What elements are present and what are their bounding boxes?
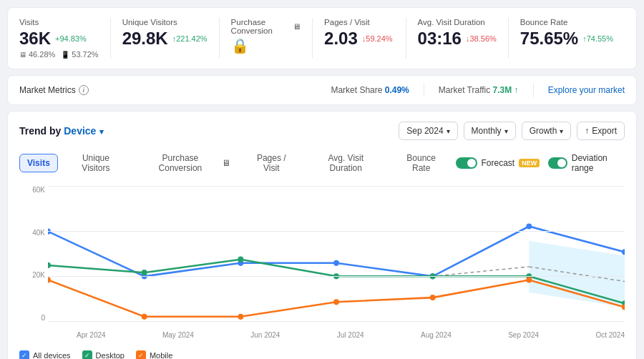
x-label-may: May 2024 <box>162 331 194 339</box>
forecast-switch[interactable] <box>456 157 477 169</box>
x-label-oct: Oct 2024 <box>595 331 625 339</box>
explore-market-link[interactable]: Explore your market <box>548 85 625 95</box>
forecast-toggle: Forecast new <box>456 157 540 169</box>
x-label-apr: Apr 2024 <box>77 331 106 339</box>
deviation-toggle: Deviation range <box>548 153 625 173</box>
monitor-icon: 🖥 <box>19 51 26 59</box>
upload-icon: ↑ <box>585 126 589 136</box>
date-picker-button[interactable]: Sep 2024 ▾ <box>399 122 457 140</box>
purchase-conversion-label: Purchase Conversion 🖥 <box>231 18 301 35</box>
mobile-icon: 📱 <box>61 51 69 59</box>
all-devices-checkbox[interactable]: ✓ <box>19 350 29 359</box>
chart-legend: ✓ All devices ✓ Desktop ✓ Mobile <box>19 350 625 359</box>
avg-duration-change: ↓38.56% <box>466 34 497 43</box>
legend-all-devices: ✓ All devices <box>19 350 71 359</box>
tab-purchase-conversion[interactable]: Purchase Conversion 🖥 <box>134 149 238 177</box>
pages-visit-label: Pages / Visit <box>324 18 394 26</box>
y-label-0: 0 <box>19 314 45 322</box>
unique-visitors-change: ↑221.42% <box>172 34 208 43</box>
tab-pages-visit[interactable]: Pages / Visit <box>241 149 302 177</box>
monitor-icon-pc: 🖥 <box>293 22 301 31</box>
legend-desktop: ✓ Desktop <box>82 350 125 359</box>
visits-sub: 🖥 46.28% 📱 53.72% <box>19 50 99 59</box>
market-traffic-value: 7.3M ↑ <box>493 85 519 95</box>
grid-line-20k <box>48 276 625 277</box>
chevron-down-icon: ▾ <box>447 127 450 135</box>
mobile-label: Mobile <box>150 351 172 359</box>
mobile-checkbox[interactable]: ✓ <box>136 350 146 359</box>
metric-tabs: Visits Unique Visitors Purchase Conversi… <box>19 149 625 177</box>
avg-duration-value: 03:16 ↓38.56% <box>418 29 497 49</box>
x-label-jul: Jul 2024 <box>337 331 364 339</box>
x-label-jun: Jun 2024 <box>250 331 280 339</box>
bounce-rate-label: Bounce Rate <box>520 18 613 26</box>
chart-section: Trend by Device ▾ Sep 2024 ▾ Monthly ▾ G… <box>7 111 637 359</box>
y-axis: 0 20K 40K 60K <box>19 186 45 322</box>
market-metrics-label: Market Metrics i <box>19 85 89 95</box>
forecast-toggle-group: Forecast new Deviation range <box>456 153 625 173</box>
chart-header: Trend by Device ▾ Sep 2024 ▾ Monthly ▾ G… <box>19 122 625 140</box>
market-bar: Market Metrics i Market Share 0.49% Mark… <box>7 75 637 105</box>
visits-value: 36K +94.83% <box>19 29 99 49</box>
main-container: Visits 36K +94.83% 🖥 46.28% 📱 53.72% Uni… <box>0 0 644 359</box>
tab-avg-duration[interactable]: Avg. Visit Duration <box>305 149 387 177</box>
market-traffic: Market Traffic 7.3M ↑ <box>439 85 519 95</box>
avg-duration-label: Avg. Visit Duration <box>418 18 497 26</box>
desktop-label: Desktop <box>96 351 125 359</box>
metric-purchase-conversion: Purchase Conversion 🖥 🔒 <box>220 18 313 59</box>
unique-visitors-value: 29.8K ↑221.42% <box>122 29 208 49</box>
purchase-conversion-value: 🔒 <box>231 37 301 54</box>
pages-visit-value: 2.03 ↓59.24% <box>324 29 394 49</box>
x-label-aug: Aug 2024 <box>421 331 452 339</box>
y-label-40k: 40K <box>19 229 45 237</box>
metric-bounce-rate: Bounce Rate 75.65% ↑74.55% <box>509 18 625 59</box>
visits-change: +94.83% <box>55 34 87 43</box>
all-devices-label: All devices <box>33 351 71 359</box>
metric-button[interactable]: Growth ▾ <box>522 122 572 140</box>
chart-inner: Apr 2024 May 2024 Jun 2024 Jul 2024 Aug … <box>48 186 625 322</box>
chevron-down-icon: ▾ <box>97 127 104 136</box>
device-link[interactable]: Device <box>64 125 96 137</box>
metric-visits: Visits 36K +94.83% 🖥 46.28% 📱 53.72% <box>19 18 111 59</box>
grid-line-40k <box>48 231 625 232</box>
x-label-sep: Sep 2024 <box>508 331 539 339</box>
lock-icon: 🔒 <box>231 37 249 54</box>
visits-label: Visits <box>19 18 99 26</box>
tab-visits[interactable]: Visits <box>19 154 58 172</box>
x-labels: Apr 2024 May 2024 Jun 2024 Jul 2024 Aug … <box>77 331 625 339</box>
bounce-rate-value: 75.65% ↑74.55% <box>520 29 613 49</box>
monitor-icon-tab: 🖥 <box>222 158 230 168</box>
chart-area: 0 20K 40K 60K <box>19 186 625 343</box>
market-share-value: 0.49% <box>385 85 409 95</box>
desktop-checkbox[interactable]: ✓ <box>82 350 92 359</box>
y-label-20k: 20K <box>19 271 45 279</box>
metric-avg-duration: Avg. Visit Duration 03:16 ↓38.56% <box>406 18 509 59</box>
pages-visit-change: ↓59.24% <box>362 34 393 43</box>
tab-bounce-rate[interactable]: Bounce Rate <box>390 149 453 177</box>
new-badge: new <box>519 159 540 167</box>
interval-button[interactable]: Monthly ▾ <box>464 122 516 140</box>
bounce-rate-change: ↑74.55% <box>582 34 613 43</box>
grid-line-0 <box>48 321 625 322</box>
grid-lines <box>48 186 625 322</box>
unique-visitors-label: Unique Visitors <box>122 18 208 26</box>
info-icon[interactable]: i <box>79 85 89 95</box>
chevron-down-icon: ▾ <box>560 127 563 135</box>
tab-unique-visitors[interactable]: Unique Visitors <box>61 149 131 177</box>
metric-unique-visitors: Unique Visitors 29.8K ↑221.42% <box>111 18 220 59</box>
export-button[interactable]: ↑ Export <box>577 122 625 140</box>
y-label-60k: 60K <box>19 186 45 194</box>
deviation-switch[interactable] <box>548 157 567 169</box>
chevron-down-icon: ▾ <box>504 127 508 135</box>
chart-title: Trend by Device ▾ <box>19 125 104 137</box>
grid-line-60k <box>48 186 625 187</box>
metrics-bar: Visits 36K +94.83% 🖥 46.28% 📱 53.72% Uni… <box>7 7 637 69</box>
chart-controls: Sep 2024 ▾ Monthly ▾ Growth ▾ ↑ Export <box>399 122 625 140</box>
legend-mobile: ✓ Mobile <box>136 350 172 359</box>
market-share: Market Share 0.49% <box>331 85 409 95</box>
metric-pages-visit: Pages / Visit 2.03 ↓59.24% <box>313 18 406 59</box>
